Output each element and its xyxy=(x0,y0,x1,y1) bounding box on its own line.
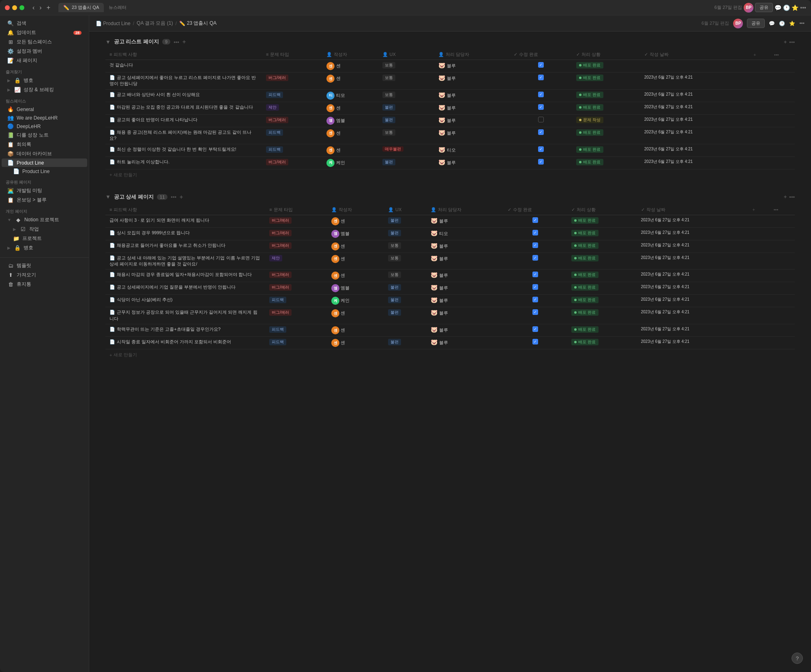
type-tag: 버그/에러 xyxy=(266,75,288,81)
author-avatar: 엠 xyxy=(326,117,335,125)
help-button[interactable]: ? xyxy=(792,653,803,664)
breadcrumb-product-line[interactable]: 📄 Product Line xyxy=(96,21,131,26)
checkbox-icon[interactable]: ✓ xyxy=(532,230,538,235)
sidebar-item-product-line-sub[interactable]: 📄 Product Line xyxy=(2,167,87,175)
checkbox-icon[interactable]: ✓ xyxy=(532,284,538,290)
section-1-add-col[interactable]: + xyxy=(784,39,787,45)
sidebar-item-work[interactable]: ▶ ☑ 작업 xyxy=(2,225,87,234)
checkbox-icon[interactable]: ✓ xyxy=(532,297,538,302)
sidebar-item-settings[interactable]: ⚙️ 설정과 멤버 xyxy=(2,47,87,56)
author-avatar: 센 xyxy=(326,146,335,154)
sidebar-item-private-byunho[interactable]: ▶ 🔒 병호 xyxy=(2,243,87,253)
checkbox-icon[interactable]: ✓ xyxy=(538,104,544,110)
close-button[interactable] xyxy=(5,5,10,10)
cell-type: 버그/에러 xyxy=(265,270,327,282)
author-avatar: 케 xyxy=(331,297,339,305)
checkbox-icon[interactable]: ✓ xyxy=(532,309,538,315)
sidebar-dev-meeting-label: 개발팀 미팅 xyxy=(17,187,42,194)
topbar-star-icon[interactable]: ⭐ xyxy=(789,21,795,26)
more-icon[interactable]: ••• xyxy=(800,4,806,11)
sidebar-item-new-page[interactable]: 📝 새 페이지 xyxy=(2,56,87,65)
status-dot xyxy=(574,341,577,343)
sidebar-item-trash[interactable]: 🗑 휴지통 xyxy=(2,280,87,289)
nav-back[interactable]: ‹ xyxy=(31,3,36,12)
checkbox-icon[interactable]: ✓ xyxy=(532,272,538,277)
share-button[interactable]: 공유 xyxy=(755,3,773,12)
section-1-chevron[interactable]: ▼ xyxy=(105,39,111,45)
col-add2[interactable]: + xyxy=(749,205,770,215)
sidebar-item-search[interactable]: 🔍 검색 xyxy=(2,19,87,28)
section-1-add[interactable]: + xyxy=(182,39,186,45)
sidebar-item-growth-note[interactable]: 📗 디를 성장 노트 xyxy=(2,131,87,140)
section-1-more[interactable]: ••• xyxy=(174,39,179,45)
section-2-add-row[interactable]: + 새로 만들기 xyxy=(105,349,795,360)
checkbox-icon[interactable]: ✓ xyxy=(538,129,544,135)
assignee-icon: 🐷 xyxy=(438,62,447,68)
section-2-col-more[interactable]: ••• xyxy=(789,194,795,200)
cell-author: 센 센 xyxy=(322,102,378,114)
sidebar-item-general[interactable]: 🔥 General xyxy=(2,105,87,113)
status-dot xyxy=(579,148,581,151)
section-2-add[interactable]: + xyxy=(180,194,183,200)
sidebar-top-actions: 🔍 검색 🔔 업데이트 28 ⊞ 모든 팀스페이스 ⚙️ 설정과 멤버 xyxy=(0,19,89,65)
breadcrumb-qa-collection[interactable]: QA 결과 모음 (1) xyxy=(137,20,173,27)
cell-type xyxy=(262,60,323,73)
star-icon[interactable]: ⭐ xyxy=(792,4,798,11)
row-doc-icon: 📄 xyxy=(109,230,115,235)
checkbox-icon[interactable]: ✓ xyxy=(532,255,538,261)
cell-status: 배포 완료 xyxy=(567,307,637,324)
clock-icon[interactable]: 🕐 xyxy=(783,4,790,11)
topbar-more-icon[interactable]: ••• xyxy=(799,21,805,26)
cell-assignee: 🐷 블루 xyxy=(427,324,503,337)
checkbox-icon[interactable]: ✓ xyxy=(532,339,538,345)
checkbox-icon[interactable]: ✓ xyxy=(532,217,538,223)
sidebar-item-onboarding[interactable]: 📋 온보딩 > 블루 xyxy=(2,195,87,205)
assignee-icon: 🐷 xyxy=(438,117,447,123)
checkbox-icon[interactable]: ✓ xyxy=(538,62,544,68)
status-badge: 배포 완료 xyxy=(571,326,599,333)
sidebar-item-all-spaces[interactable]: ⊞ 모든 팀스페이스 xyxy=(2,37,87,47)
maximize-button[interactable] xyxy=(19,5,24,10)
sidebar-item-deeple[interactable]: 🔵 DeepLeHR xyxy=(2,122,87,131)
section-1-add-row[interactable]: + 새로 만들기 xyxy=(105,169,795,180)
nav-add[interactable]: + xyxy=(45,3,52,12)
sidebar-item-dev-meeting[interactable]: 👨‍💻 개발팀 미팅 xyxy=(2,186,87,195)
comment-icon[interactable]: 💬 xyxy=(775,4,781,11)
sidebar-item-archive[interactable]: 📦 데이터 아카이브 xyxy=(2,149,87,158)
sidebar-fav-byunho[interactable]: ▶ 🔒 병호 xyxy=(2,76,87,85)
col-more2[interactable]: ••• xyxy=(770,205,795,215)
sidebar-item-project[interactable]: 📁 프로젝트 xyxy=(2,234,87,243)
checkbox-icon[interactable] xyxy=(538,117,544,122)
sidebar-settings-label: 설정과 멤버 xyxy=(17,48,42,55)
section-1-col-more[interactable]: ••• xyxy=(789,39,795,45)
checkbox-icon[interactable]: ✓ xyxy=(538,159,544,165)
sidebar-item-updates[interactable]: 🔔 업데이트 28 xyxy=(2,28,87,37)
sidebar-item-import[interactable]: ⬆ 가져오기 xyxy=(2,270,87,280)
tab-qa[interactable]: ✏️ 23 앱출시 QA xyxy=(58,3,104,12)
sidebar-item-notion[interactable]: ▼ ◆ Notion 프로젝트 xyxy=(2,215,87,225)
checkbox-icon[interactable]: ✓ xyxy=(538,75,544,80)
nav-forward[interactable]: › xyxy=(38,3,43,12)
checkbox-icon[interactable]: ✓ xyxy=(532,242,538,248)
sidebar-item-product-line[interactable]: 📄 Product Line xyxy=(2,158,87,167)
cell-ux: 보통 xyxy=(378,127,435,144)
minimize-button[interactable] xyxy=(12,5,17,10)
topbar-share-btn[interactable]: 공유 xyxy=(747,19,765,28)
sidebar-item-templates[interactable]: 🗂 템플릿 xyxy=(2,261,87,270)
topbar-history-icon[interactable]: 🕑 xyxy=(779,21,785,26)
checkbox-icon[interactable]: ✓ xyxy=(538,92,544,97)
cell-status: 배포 완료 xyxy=(567,324,637,337)
topbar-comment-icon[interactable]: 💬 xyxy=(769,21,775,26)
sidebar-fav-growth[interactable]: ▶ 📈 성장 & 브레킹 xyxy=(2,85,87,94)
sidebar-item-meeting[interactable]: 📋 회의록 xyxy=(2,140,87,149)
author-avatar: 센 xyxy=(326,104,335,112)
section-2-add-col[interactable]: + xyxy=(784,194,787,200)
col-add[interactable]: + xyxy=(749,49,770,60)
section-2-more[interactable]: ••• xyxy=(171,194,176,200)
section-2-chevron[interactable]: ▼ xyxy=(105,194,111,200)
sidebar-item-weare[interactable]: 👥 We are DeepLeHR xyxy=(2,113,87,122)
content-area: 📄 Product Line / QA 결과 모음 (1) / ✏️ 23 앱출… xyxy=(89,15,811,672)
checkbox-icon[interactable]: ✓ xyxy=(538,146,544,152)
col-more[interactable]: ••• xyxy=(770,49,795,60)
checkbox-icon[interactable]: ✓ xyxy=(532,326,538,332)
